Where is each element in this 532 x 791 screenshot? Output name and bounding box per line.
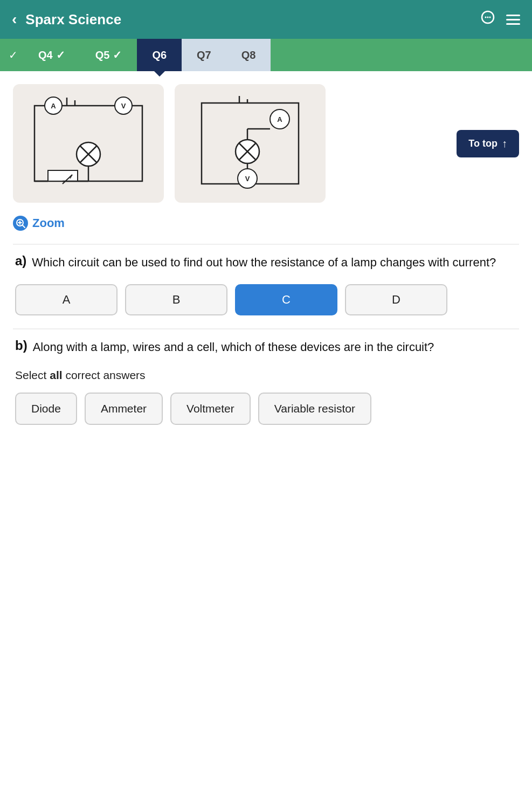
- question-a-options: A B C D: [15, 284, 517, 315]
- chat-icon[interactable]: [480, 10, 495, 29]
- zoom-button[interactable]: Zoom: [13, 216, 65, 231]
- question-a-header: a) Which circuit can be used to find out…: [15, 253, 517, 271]
- zoom-icon: [13, 216, 28, 231]
- option-c-btn[interactable]: C: [235, 284, 337, 315]
- app-header: ‹ Sparx Science: [0, 0, 532, 39]
- back-button[interactable]: ‹: [12, 11, 17, 28]
- question-a-label: a): [15, 253, 26, 269]
- question-b-header: b) Along with a lamp, wires and a cell, …: [15, 338, 517, 356]
- to-top-button[interactable]: To top ↑: [457, 130, 519, 157]
- svg-point-2: [487, 16, 489, 18]
- app-title: Sparx Science: [25, 11, 121, 28]
- circuits-area: A V: [0, 71, 532, 211]
- question-b-section: b) Along with a lamp, wires and a cell, …: [0, 329, 532, 438]
- question-a-section: a) Which circuit can be used to find out…: [0, 245, 532, 328]
- option-b-btn[interactable]: B: [125, 284, 227, 315]
- option-d-btn[interactable]: D: [345, 284, 447, 315]
- tab-q7[interactable]: Q7: [182, 39, 226, 71]
- instruction-bold: all: [50, 369, 62, 381]
- svg-text:A: A: [277, 115, 282, 123]
- question-a-text: Which circuit can be used to find out ho…: [32, 253, 496, 271]
- tab-q8[interactable]: Q8: [226, 39, 271, 71]
- question-b-label: b): [15, 338, 27, 353]
- question-b-options: Diode Ammeter Voltmeter Variable resisto…: [15, 393, 517, 425]
- tab-q6[interactable]: Q6: [137, 39, 182, 71]
- tab-bar: ✓ Q4 ✓ Q5 ✓ Q6 Q7 Q8: [0, 39, 532, 71]
- option-diode-btn[interactable]: Diode: [15, 393, 77, 425]
- option-variable-resistor-btn[interactable]: Variable resistor: [258, 393, 371, 425]
- svg-text:A: A: [51, 102, 56, 110]
- option-ammeter-btn[interactable]: Ammeter: [85, 393, 163, 425]
- select-instruction: Select all correct answers: [15, 369, 517, 382]
- option-voltmeter-btn[interactable]: Voltmeter: [170, 393, 251, 425]
- main-content: A V: [0, 71, 532, 438]
- tab-q4[interactable]: Q4 ✓: [23, 39, 80, 71]
- menu-button[interactable]: [506, 15, 520, 25]
- svg-point-1: [485, 16, 487, 18]
- svg-line-35: [23, 225, 25, 228]
- question-b-text: Along with a lamp, wires and a cell, whi…: [33, 338, 434, 356]
- svg-point-3: [489, 16, 491, 18]
- to-top-label: To top: [468, 138, 498, 149]
- svg-text:V: V: [245, 175, 250, 183]
- option-a-btn[interactable]: A: [15, 284, 118, 315]
- arrow-up-icon: ↑: [502, 137, 507, 150]
- svg-rect-14: [48, 170, 78, 181]
- tab-q5[interactable]: Q5 ✓: [80, 39, 137, 71]
- circuit-diagram-a: A V: [13, 84, 164, 203]
- zoom-label: Zoom: [32, 216, 65, 230]
- svg-text:V: V: [121, 102, 126, 110]
- circuit-diagram-b: A V: [175, 84, 326, 203]
- zoom-section: Zoom: [0, 211, 532, 244]
- tab-checkmark-global: ✓: [0, 39, 23, 71]
